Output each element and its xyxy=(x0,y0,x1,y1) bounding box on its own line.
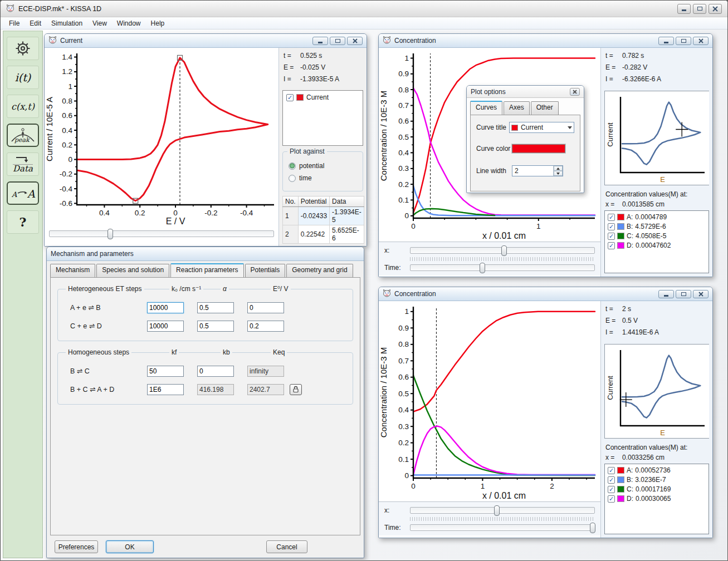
potential-radio[interactable] xyxy=(289,163,296,170)
species-checkbox[interactable] xyxy=(608,467,615,474)
e0-input[interactable] xyxy=(247,302,284,313)
time-slider[interactable] xyxy=(410,524,595,531)
tab-reaction-parameters[interactable]: Reaction parameters xyxy=(170,263,243,277)
kf-input[interactable] xyxy=(147,384,184,395)
svg-text:Data: Data xyxy=(13,164,33,173)
peak-icon: peak xyxy=(10,127,36,144)
dialog-titlebar[interactable]: Plot options xyxy=(467,86,584,98)
tab-mechanism[interactable]: Mechanism xyxy=(50,264,95,278)
preferences-button[interactable]: Preferences xyxy=(55,540,98,553)
data-button[interactable]: Data xyxy=(7,152,39,176)
species-checkbox[interactable] xyxy=(608,214,615,221)
x-position-slider[interactable] xyxy=(410,247,595,254)
settings-button[interactable] xyxy=(7,37,39,60)
slider-thumb[interactable] xyxy=(480,263,485,273)
t-value: 0.782 s xyxy=(622,52,708,60)
slider-thumb[interactable] xyxy=(590,523,595,533)
potential-radio-label: potential xyxy=(299,162,324,170)
species-checkbox[interactable] xyxy=(608,223,615,230)
alpha-input[interactable] xyxy=(197,321,234,332)
k0-input[interactable] xyxy=(147,302,184,313)
concentration-window-titlebar[interactable]: Concentration xyxy=(379,34,712,48)
tab-geometry-and-grid[interactable]: Geometry and grid xyxy=(286,264,353,278)
close-button[interactable] xyxy=(709,4,722,14)
t-value: 2 s xyxy=(622,305,708,313)
restore-button[interactable] xyxy=(676,37,691,45)
t-value: 0.525 s xyxy=(300,52,362,60)
species-checkbox[interactable] xyxy=(608,242,615,249)
table-row[interactable]: 1 -0.02433 -1.3934E-5 xyxy=(283,207,364,225)
curve-color-button[interactable] xyxy=(512,144,565,153)
slider-thumb[interactable] xyxy=(501,245,507,256)
menu-help[interactable]: Help xyxy=(146,18,170,28)
spin-up-button[interactable] xyxy=(554,166,563,171)
minimize-button[interactable] xyxy=(677,4,691,14)
tab-other[interactable]: Other xyxy=(531,101,559,115)
svg-text:1.4: 1.4 xyxy=(62,53,72,61)
current-window-titlebar[interactable]: Current xyxy=(45,34,367,48)
x-position-slider[interactable] xyxy=(410,507,595,514)
menu-file[interactable]: File xyxy=(4,18,25,28)
line-width-spinner[interactable]: 2 xyxy=(512,165,563,176)
t-label: t = xyxy=(605,52,622,60)
close-button[interactable] xyxy=(693,37,709,45)
help-button[interactable]: ? xyxy=(7,210,39,234)
time-slider[interactable] xyxy=(410,264,595,271)
tab-potentials[interactable]: Potentials xyxy=(245,264,286,278)
tab-axes[interactable]: Axes xyxy=(504,101,530,115)
ok-button[interactable]: OK xyxy=(106,540,154,553)
k0-input[interactable] xyxy=(147,321,184,332)
kf-column-header: kf xyxy=(169,348,179,356)
tab-curves[interactable]: Curves xyxy=(470,101,502,115)
time-cursor-slider[interactable] xyxy=(49,230,274,237)
maximize-button[interactable] xyxy=(693,4,706,14)
species-checkbox[interactable] xyxy=(608,495,615,503)
minimize-button[interactable] xyxy=(658,290,674,298)
axes-format-button[interactable]: A A xyxy=(7,181,39,205)
close-button[interactable] xyxy=(570,88,580,96)
species-checkbox[interactable] xyxy=(608,486,615,493)
current-plot-button[interactable]: i(t) xyxy=(7,66,39,89)
slider-thumb[interactable] xyxy=(494,505,500,516)
menu-edit[interactable]: Edit xyxy=(25,18,46,28)
species-checkbox[interactable] xyxy=(608,233,615,240)
curve-title-dropdown[interactable]: Current xyxy=(509,122,574,133)
menu-view[interactable]: View xyxy=(87,18,112,28)
minimize-button[interactable] xyxy=(312,37,328,45)
reaction-equation: C + e ⇌ D xyxy=(63,322,147,330)
restore-button[interactable] xyxy=(330,37,345,45)
close-button[interactable] xyxy=(347,37,363,45)
menu-window[interactable]: Window xyxy=(112,18,146,28)
table-row[interactable]: 2 0.22542 5.6525E-6 xyxy=(283,225,364,244)
concentration-window-titlebar[interactable]: Concentration xyxy=(379,287,712,301)
menu-simulation[interactable]: Simulation xyxy=(46,18,87,28)
heterogeneous-steps-group: Heterogeneous ET steps k₀ /cm s⁻¹ α E⁰/ … xyxy=(57,289,353,341)
spin-down-button[interactable] xyxy=(554,171,563,176)
e0-input[interactable] xyxy=(247,321,284,332)
peak-data-table: No. Potential Data 1 -0.02433 -1.3934E-5… xyxy=(282,196,364,244)
peak-button[interactable]: peak xyxy=(7,124,39,147)
kb-input[interactable] xyxy=(197,366,234,377)
dialog-titlebar[interactable]: Mechanism and parameters xyxy=(47,247,364,261)
restore-icon xyxy=(335,39,340,43)
close-button[interactable] xyxy=(693,290,709,298)
slider-thumb[interactable] xyxy=(108,229,113,239)
svg-text:0.1: 0.1 xyxy=(398,196,409,204)
kf-input[interactable] xyxy=(147,366,184,377)
window-icon xyxy=(48,36,57,46)
species-checkbox[interactable] xyxy=(608,476,615,484)
minimize-button[interactable] xyxy=(658,37,674,45)
restore-icon xyxy=(681,39,686,43)
time-radio[interactable] xyxy=(289,175,296,182)
curve-visibility-checkbox[interactable] xyxy=(286,94,294,101)
lock-keq-button[interactable] xyxy=(290,384,302,395)
svg-text:0.2: 0.2 xyxy=(398,180,409,189)
restore-button[interactable] xyxy=(676,290,691,298)
species-name: A: xyxy=(627,213,633,221)
cancel-button[interactable]: Cancel xyxy=(266,540,307,553)
concentration-plot-button[interactable]: c(x,t) xyxy=(7,95,39,118)
cv-inset-chart: ECurrent xyxy=(605,345,709,438)
svg-text:0: 0 xyxy=(411,222,416,230)
tab-species-and-solution[interactable]: Species and solution xyxy=(96,264,169,278)
alpha-input[interactable] xyxy=(197,302,234,313)
